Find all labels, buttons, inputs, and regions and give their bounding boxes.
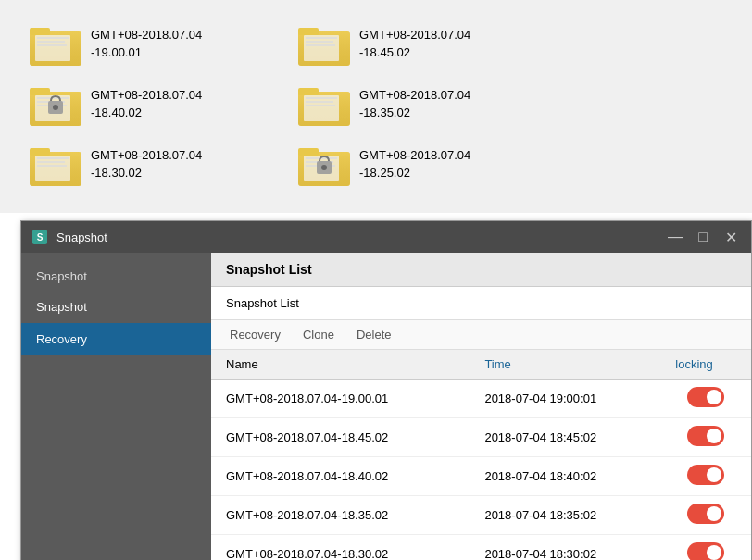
folder-label: GMT+08-2018.07.04-19.00.01 [91,27,202,60]
toggle-knob [707,390,721,404]
lock-toggle[interactable] [687,542,724,560]
cell-name: GMT+08-2018.07.04-19.00.01 [211,380,470,418]
svg-rect-16 [30,88,50,95]
svg-rect-33 [35,156,70,181]
folder-item[interactable]: GMT+08-2018.07.04-19.00.01 [28,19,241,69]
window-body: SnapshotSnapshotRecovery Snapshot List S… [21,253,751,560]
snapshot-list-container: Snapshot List Recovery Clone Delete Name… [211,287,751,560]
lock-toggle[interactable] [687,465,724,485]
svg-rect-13 [306,44,335,46]
svg-rect-6 [37,44,67,46]
folder-item[interactable]: GMT+08-2018.07.04-18.45.02 [296,19,509,69]
svg-rect-3 [35,35,70,61]
svg-rect-12 [306,41,333,43]
app-window: S Snapshot — □ ✕ SnapshotSnapshotRecover… [20,220,752,560]
main-content: Snapshot List Snapshot List Recovery Clo… [211,253,751,560]
folder-label: GMT+08-2018.07.04-18.45.02 [359,27,470,60]
svg-text:S: S [37,232,44,243]
cell-time: 2018-07-04 18:30:02 [470,535,660,561]
svg-rect-26 [304,95,339,121]
svg-rect-5 [37,41,65,43]
folder-label: GMT+08-2018.07.04-18.25.02 [359,147,470,180]
cell-locking [660,535,751,561]
cell-locking [660,380,751,418]
lock-toggle[interactable] [687,426,724,446]
window-title: Snapshot [56,230,657,244]
maximize-button[interactable]: □ [692,226,714,248]
recovery-button[interactable]: Recovery [226,326,284,343]
svg-rect-10 [304,35,339,61]
svg-rect-35 [37,161,65,163]
sidebar-heading: Snapshot [21,262,211,291]
svg-rect-32 [30,148,50,156]
folder-icon [296,19,352,69]
folder-icon [296,139,352,190]
svg-rect-36 [37,165,67,167]
snapshot-list-header: Snapshot List [211,287,751,320]
cell-time: 2018-07-04 18:35:02 [470,496,660,535]
lock-toggle[interactable] [687,387,724,407]
svg-rect-11 [306,37,337,39]
table-row[interactable]: GMT+08-2018.07.04-18.30.02 2018-07-04 18… [211,535,751,561]
folder-label: GMT+08-2018.07.04-18.30.02 [91,147,202,180]
table-row[interactable]: GMT+08-2018.07.04-18.45.02 2018-07-04 18… [211,418,751,457]
cell-time: 2018-07-04 18:40:02 [470,457,660,496]
svg-rect-29 [306,105,335,106]
svg-rect-28 [306,101,333,103]
content-header: Snapshot List [211,253,751,287]
sidebar-item-recovery[interactable]: Recovery [21,323,211,355]
window-controls: — □ ✕ [664,226,742,248]
minimize-button[interactable]: — [664,226,686,248]
folder-label: GMT+08-2018.07.04-18.35.02 [359,87,470,120]
toggle-knob [707,429,721,443]
svg-rect-2 [30,28,50,35]
svg-rect-34 [37,157,69,159]
col-header-locking: locking [660,350,751,380]
cell-name: GMT+08-2018.07.04-18.45.02 [211,418,470,457]
col-header-name: Name [211,350,470,380]
svg-rect-25 [298,88,319,95]
clone-button[interactable]: Clone [299,326,338,343]
svg-rect-9 [298,28,319,35]
svg-rect-4 [37,37,69,39]
toggle-knob [707,506,721,521]
folder-label: GMT+08-2018.07.04-18.40.02 [91,87,202,120]
folder-icon [28,79,83,130]
cell-locking [660,496,751,535]
svg-rect-39 [298,148,319,156]
table-row[interactable]: GMT+08-2018.07.04-19.00.01 2018-07-04 19… [211,380,751,418]
snapshot-toolbar: Recovery Clone Delete [211,320,751,350]
cell-locking [660,457,751,496]
cell-time: 2018-07-04 19:00:01 [470,380,660,418]
toggle-knob [707,545,721,560]
cell-time: 2018-07-04 18:45:02 [470,418,660,457]
toggle-knob [707,467,721,482]
folder-item[interactable]: GMT+08-2018.07.04-18.35.02 [296,79,509,130]
cell-name: GMT+08-2018.07.04-18.40.02 [211,457,470,496]
folder-icon [28,139,83,190]
svg-rect-27 [306,97,337,99]
close-button[interactable]: ✕ [720,226,742,248]
folder-item[interactable]: GMT+08-2018.07.04-18.40.02 [28,79,241,130]
svg-point-45 [321,165,327,170]
folder-item[interactable]: GMT+08-2018.07.04-18.25.02 [296,139,509,190]
folder-icon [28,19,83,69]
cell-locking [660,418,751,457]
cell-name: GMT+08-2018.07.04-18.35.02 [211,496,470,535]
desktop-area: GMT+08-2018.07.04-19.00.01 [0,0,752,213]
svg-point-22 [53,105,58,110]
table-row[interactable]: GMT+08-2018.07.04-18.35.02 2018-07-04 18… [211,496,751,535]
title-bar: S Snapshot — □ ✕ [21,221,751,253]
cell-name: GMT+08-2018.07.04-18.30.02 [211,535,470,561]
delete-button[interactable]: Delete [353,326,395,343]
app-icon: S [31,228,49,246]
table-row[interactable]: GMT+08-2018.07.04-18.40.02 2018-07-04 18… [211,457,751,496]
folder-item[interactable]: GMT+08-2018.07.04-18.30.02 [28,139,241,190]
col-header-time: Time [470,350,660,380]
folder-icon [296,79,352,130]
sidebar-item-snapshot[interactable]: Snapshot [21,291,211,323]
lock-toggle[interactable] [687,504,724,524]
sidebar: SnapshotSnapshotRecovery [21,253,211,560]
snapshot-table: Name Time locking GMT+08-2018.07.04-19.0… [211,350,751,560]
